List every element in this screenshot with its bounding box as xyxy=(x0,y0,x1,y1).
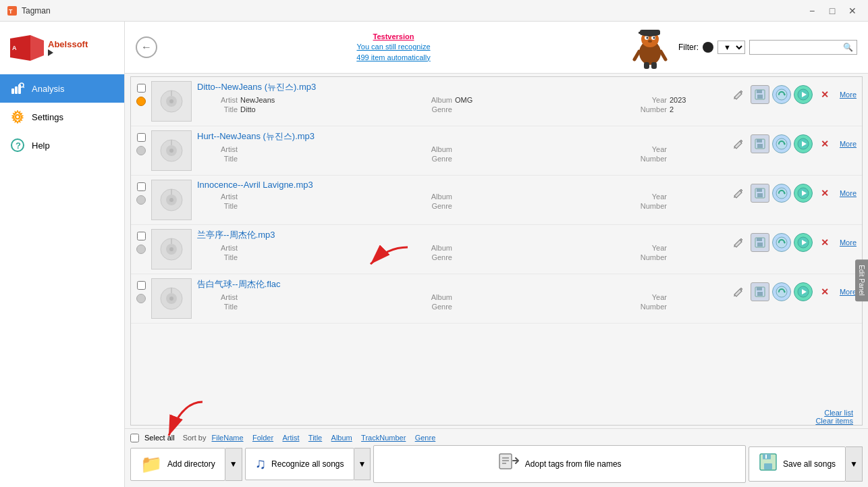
song-checkbox-0[interactable] xyxy=(137,84,146,93)
song-filename-0[interactable]: Ditto--NewJeans (뉴진스).mp3 xyxy=(197,81,724,93)
svg-rect-94 xyxy=(764,463,772,469)
remove-btn-3[interactable]: ✕ xyxy=(815,233,834,252)
number-label: Number xyxy=(613,303,667,311)
song-filename-3[interactable]: 兰亭序--周杰伦.mp3 xyxy=(197,229,724,241)
song-info-4: 告白气球--周杰伦.flac Artist Album Year Title G… xyxy=(197,278,724,311)
sort-folder[interactable]: Folder xyxy=(252,434,275,442)
genre-label: Genre xyxy=(398,105,452,113)
more-btn-4[interactable]: More xyxy=(840,288,857,296)
refresh-btn-1[interactable] xyxy=(772,134,791,153)
maximize-button[interactable]: □ xyxy=(823,4,841,18)
save-btn-0[interactable] xyxy=(751,85,769,104)
mascot xyxy=(630,27,670,68)
sidebar-analysis-label: Analysis xyxy=(32,84,64,94)
title-label: Title xyxy=(197,303,238,311)
sort-title[interactable]: Title xyxy=(308,434,323,442)
number-label: Number xyxy=(613,202,667,210)
filter-dropdown[interactable]: ▼ xyxy=(717,41,745,54)
artist-label: Artist xyxy=(197,193,238,201)
song-checkbox-4[interactable] xyxy=(137,281,146,290)
play-btn-3[interactable] xyxy=(794,233,813,252)
title-label: Title xyxy=(197,155,238,163)
remove-btn-1[interactable]: ✕ xyxy=(815,134,834,153)
edit-pencil-2[interactable] xyxy=(729,184,748,203)
close-button[interactable]: ✕ xyxy=(844,4,861,18)
adopt-tags-button[interactable]: Adopt tags from file names xyxy=(373,445,746,483)
sort-album[interactable]: Album xyxy=(331,434,354,442)
number-label: Number xyxy=(613,155,667,163)
edit-panel-tab[interactable]: Edit Panel xyxy=(855,259,868,301)
year-value: 2023 xyxy=(670,96,724,104)
select-all-checkbox[interactable] xyxy=(130,434,139,442)
edit-pencil-4[interactable] xyxy=(729,282,748,301)
save-all-dropdown[interactable]: ▼ xyxy=(846,446,863,482)
artist-value xyxy=(240,193,396,201)
refresh-btn-2[interactable] xyxy=(772,184,791,203)
play-btn-1[interactable] xyxy=(794,134,813,153)
edit-pencil-1[interactable] xyxy=(729,134,748,153)
recognize-button[interactable]: ♫ Recognize all songs xyxy=(245,448,354,480)
sidebar-item-help[interactable]: ? Help xyxy=(0,131,124,159)
sort-filename[interactable]: FileName xyxy=(212,434,245,442)
edit-pencil-3[interactable] xyxy=(729,233,748,252)
play-btn-0[interactable] xyxy=(794,85,813,104)
minimize-button[interactable]: − xyxy=(803,4,821,18)
genre-value xyxy=(455,155,610,163)
refresh-btn-3[interactable] xyxy=(772,233,791,252)
search-icon: 🔍 xyxy=(843,43,853,52)
sidebar-item-analysis[interactable]: Analysis xyxy=(0,74,124,103)
more-btn-2[interactable]: More xyxy=(840,189,857,197)
save-icon xyxy=(759,453,778,476)
number-value xyxy=(670,303,724,311)
svg-text:✕: ✕ xyxy=(821,89,829,100)
song-checkbox-1[interactable] xyxy=(137,133,146,142)
sidebar-item-settings[interactable]: Settings xyxy=(0,103,124,131)
more-btn-1[interactable]: More xyxy=(840,140,857,148)
svg-line-23 xyxy=(634,51,639,59)
sort-tracknumber[interactable]: TrackNumber xyxy=(361,434,407,442)
filter-input[interactable] xyxy=(749,40,857,55)
back-button[interactable]: ← xyxy=(136,36,157,58)
test-line2: You can still recognize xyxy=(165,42,622,52)
save-btn-3[interactable] xyxy=(751,233,769,252)
title-value: Ditto xyxy=(240,105,396,113)
song-item: Innocence--Avril Lavigne.mp3 Artist Albu… xyxy=(131,176,862,225)
more-btn-3[interactable]: More xyxy=(840,238,857,247)
save-btn-1[interactable] xyxy=(751,134,769,153)
sort-genre[interactable]: Genre xyxy=(415,434,436,442)
sort-artist[interactable]: Artist xyxy=(282,434,300,442)
save-btn-2[interactable] xyxy=(751,184,769,203)
remove-btn-0[interactable]: ✕ xyxy=(815,85,834,104)
clear-items-link[interactable]: Clear items xyxy=(815,417,853,425)
clear-list-link[interactable]: Clear list xyxy=(824,409,853,417)
save-all-button[interactable]: Save all songs xyxy=(749,446,846,482)
genre-value xyxy=(455,105,610,113)
remove-btn-2[interactable]: ✕ xyxy=(815,184,834,203)
genre-label: Genre xyxy=(398,155,452,163)
svg-rect-57 xyxy=(757,193,763,197)
song-filename-2[interactable]: Innocence--Avril Lavigne.mp3 xyxy=(197,180,724,190)
recognize-dropdown[interactable]: ▼ xyxy=(354,448,371,480)
song-list-scroll[interactable]: Ditto--NewJeans (뉴진스).mp3 Artist NewJean… xyxy=(130,76,863,426)
song-filename-4[interactable]: 告白气球--周杰伦.flac xyxy=(197,278,724,290)
play-btn-4[interactable] xyxy=(794,282,813,301)
title-value xyxy=(240,155,396,163)
song-checkbox-3[interactable] xyxy=(137,232,146,240)
add-directory-button[interactable]: 📁 Add directory xyxy=(130,448,225,481)
add-directory-dropdown[interactable]: ▼ xyxy=(225,448,242,481)
save-btn-4[interactable] xyxy=(751,282,769,301)
year-label: Year xyxy=(613,96,667,104)
song-filename-1[interactable]: Hurt--NewJeans (뉴진스).mp3 xyxy=(197,130,724,143)
svg-text:✕: ✕ xyxy=(821,188,829,199)
edit-panel-label: Edit Panel xyxy=(858,265,865,296)
refresh-btn-4[interactable] xyxy=(772,282,791,301)
play-btn-2[interactable] xyxy=(794,184,813,203)
refresh-btn-0[interactable] xyxy=(772,85,791,104)
song-fields-1: Artist Album Year Title Genre Number xyxy=(197,145,724,163)
more-btn-0[interactable]: More xyxy=(840,91,857,99)
song-checkbox-2[interactable] xyxy=(137,182,146,191)
svg-text:✕: ✕ xyxy=(821,286,829,297)
remove-btn-4[interactable]: ✕ xyxy=(815,282,834,301)
filter-input-wrap: 🔍 xyxy=(749,40,857,55)
edit-pencil-0[interactable] xyxy=(729,85,748,104)
